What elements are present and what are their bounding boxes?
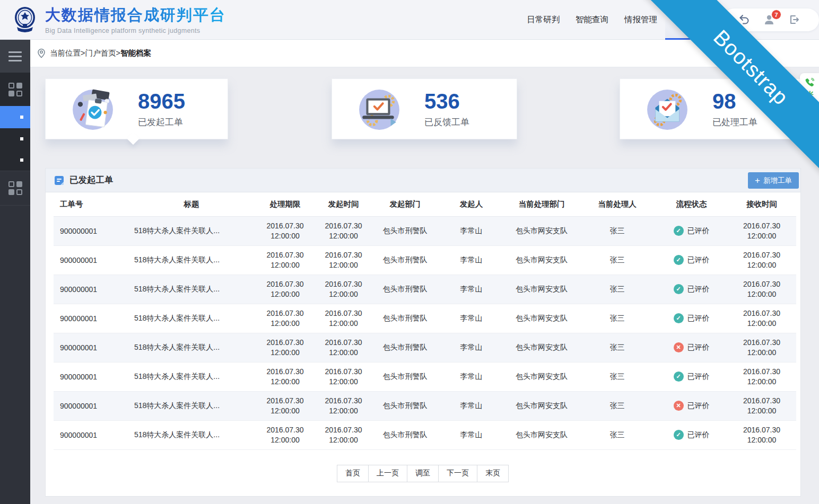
cell-title: 518特大杀人案件关联人...	[128, 304, 255, 333]
cell-starter: 李常山	[438, 304, 504, 333]
cell-start-dept: 包头市刑警队	[372, 391, 438, 420]
stat-cards: 8965 已发起工单 536 已反馈工单	[45, 78, 819, 149]
status-icon	[674, 226, 684, 236]
column-header: 处理期限	[255, 192, 315, 216]
cell-deadline: 2016.07.3012:00:00	[255, 275, 315, 304]
cell-status: 已评价	[656, 216, 727, 245]
status-label: 已评价	[687, 343, 710, 352]
sidebar-subitem-1-active[interactable]	[0, 106, 30, 128]
status-label: 已评价	[687, 285, 710, 294]
cell-title: 518特大杀人案件关联人...	[128, 275, 255, 304]
cell-start-time: 2016.07.3012:00:00	[315, 245, 372, 275]
cell-starter: 李常山	[438, 420, 504, 449]
pagination-button[interactable]: 下一页	[438, 465, 477, 482]
cell-current-person: 张三	[579, 362, 656, 391]
table-row[interactable]: 900000001 518特大杀人案件关联人... 2016.07.3012:0…	[54, 216, 796, 245]
pagination-button[interactable]: 上一页	[368, 465, 407, 482]
pagination-button[interactable]: 首页	[337, 465, 369, 482]
cell-start-dept: 包头市刑警队	[372, 420, 438, 449]
clipboard-check-illustration	[71, 87, 115, 131]
stat-card-initiated[interactable]: 8965 已发起工单	[45, 78, 228, 139]
nav-tab-label: 日常研判	[527, 14, 560, 25]
cell-status: 已评价	[656, 391, 727, 420]
pagination-button[interactable]: 末页	[477, 465, 509, 482]
police-badge-logo	[12, 6, 38, 33]
status-icon	[674, 430, 684, 440]
cell-current-dept: 包头市网安支队	[504, 391, 579, 420]
column-header: 当前处理部门	[504, 192, 579, 216]
nav-tab[interactable]: 日常研判	[519, 0, 568, 40]
status-icon	[674, 342, 684, 352]
stat-value-feedback: 536	[424, 90, 469, 112]
laptop-check-illustration	[358, 87, 401, 131]
cell-current-person: 张三	[579, 333, 656, 362]
sidebar-subitem-3[interactable]	[0, 149, 30, 171]
sidebar	[0, 40, 30, 504]
cell-status: 已评价	[656, 275, 727, 304]
table-body: 900000001 518特大杀人案件关联人... 2016.07.3012:0…	[54, 216, 796, 449]
grid-icon	[8, 181, 22, 195]
stat-label-feedback: 已反馈工单	[424, 116, 469, 128]
status-label: 已评价	[687, 226, 710, 236]
cell-title: 518特大杀人案件关联人...	[128, 333, 255, 362]
app-window: 大数据情报合成研判平台 Big Data Intelligence platfo…	[0, 0, 819, 504]
table-row[interactable]: 900000001 518特大杀人案件关联人... 2016.07.3012:0…	[54, 391, 796, 420]
cell-order-no: 900000001	[54, 391, 128, 420]
column-header: 工单号	[54, 192, 128, 216]
cell-order-no: 900000001	[54, 420, 128, 449]
location-pin-icon	[37, 48, 46, 58]
cell-title: 518特大杀人案件关联人...	[128, 362, 255, 391]
pagination-button[interactable]: 调至	[407, 465, 439, 482]
cell-order-no: 900000001	[54, 304, 128, 333]
cell-title: 518特大杀人案件关联人...	[128, 216, 255, 245]
mail-check-illustration	[646, 87, 689, 131]
stat-card-feedback[interactable]: 536 已反馈工单	[332, 78, 517, 139]
main-content: 8965 已发起工单 536 已反馈工单	[30, 67, 819, 504]
work-orders-panel: 已发起工单 + 新增工单 工单号	[45, 168, 801, 497]
sidebar-toggle-hamburger-icon[interactable]	[0, 40, 30, 73]
app-subtitle: Big Data Intelligence platform synthetic…	[45, 27, 226, 34]
cell-receive-time: 2016.07.3012:00:00	[727, 420, 796, 449]
sidebar-item-grid-1[interactable]	[0, 73, 30, 106]
panel-header: 已发起工单 + 新增工单	[46, 169, 800, 192]
cell-receive-time: 2016.07.3012:00:00	[727, 275, 796, 304]
sidebar-item-grid-2[interactable]	[0, 171, 30, 206]
table-row[interactable]: 900000001 518特大杀人案件关联人... 2016.07.3012:0…	[54, 333, 796, 362]
cell-deadline: 2016.07.3012:00:00	[255, 216, 315, 245]
grid-icon	[8, 83, 22, 96]
column-header: 发起时间	[315, 192, 372, 216]
cell-current-dept: 包头市网安支队	[504, 362, 579, 391]
table-row[interactable]: 900000001 518特大杀人案件关联人... 2016.07.3012:0…	[54, 245, 796, 275]
cell-receive-time: 2016.07.3012:00:00	[727, 304, 796, 333]
notification-badge: 7	[771, 10, 781, 20]
table-row[interactable]: 900000001 518特大杀人案件关联人... 2016.07.3012:0…	[54, 275, 796, 304]
sidebar-menu-group-1	[0, 73, 30, 171]
breadcrumb-trail[interactable]: 当前位置>门户首页>	[50, 48, 120, 58]
table-row[interactable]: 900000001 518特大杀人案件关联人... 2016.07.3012:0…	[54, 420, 796, 449]
cell-start-time: 2016.07.3012:00:00	[315, 362, 372, 391]
cell-title: 518特大杀人案件关联人...	[128, 420, 255, 449]
cell-receive-time: 2016.07.3012:00:00	[727, 391, 796, 420]
cell-deadline: 2016.07.3012:00:00	[255, 420, 315, 449]
column-header: 标题	[128, 192, 255, 216]
cell-current-dept: 包头市网安支队	[504, 245, 579, 275]
table-row[interactable]: 900000001 518特大杀人案件关联人... 2016.07.3012:0…	[54, 362, 796, 391]
table-header-row: 工单号 标题 处理期限 发起时间 发起部门 发起人 当前处理部门	[54, 192, 796, 216]
cell-deadline: 2016.07.3012:00:00	[255, 304, 315, 333]
sidebar-subitem-2[interactable]	[0, 128, 30, 149]
cell-current-person: 张三	[579, 304, 656, 333]
logout-icon[interactable]	[788, 14, 800, 25]
cell-starter: 李常山	[438, 391, 504, 420]
nav-tab-label: 智能查询	[576, 14, 608, 25]
nav-tab[interactable]: 智能查询	[568, 0, 616, 40]
table-row[interactable]: 900000001 518特大杀人案件关联人... 2016.07.3012:0…	[54, 304, 796, 333]
cell-starter: 李常山	[438, 333, 504, 362]
cell-current-person: 张三	[579, 275, 656, 304]
cell-start-dept: 包头市刑警队	[372, 304, 438, 333]
cell-current-person: 张三	[579, 245, 656, 275]
cell-order-no: 900000001	[54, 362, 128, 391]
add-work-order-button[interactable]: + 新增工单	[748, 172, 799, 189]
user-notifications-icon[interactable]: 7	[763, 14, 775, 25]
stat-label-initiated: 已发起工单	[138, 116, 185, 128]
status-icon	[674, 313, 684, 323]
